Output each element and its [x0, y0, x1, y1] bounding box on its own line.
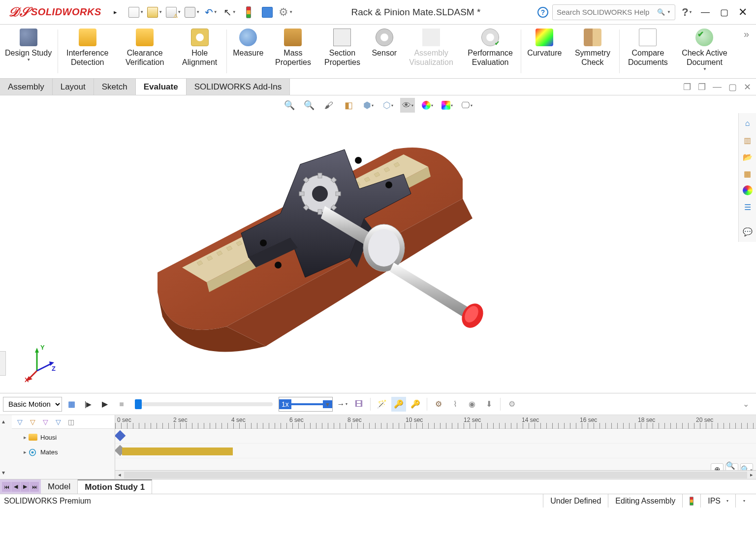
autokey-button[interactable]: 🔑	[391, 397, 406, 412]
viewport-close[interactable]: ✕	[742, 81, 753, 93]
taskpane-home[interactable]: ⌂	[740, 116, 755, 131]
add-key-button[interactable]: 🔑	[408, 397, 423, 412]
panel-collapse-handle[interactable]	[0, 351, 6, 376]
playback-speed[interactable]: 1x▾	[279, 397, 333, 412]
viewport-layout-2[interactable]: ❐	[696, 81, 708, 93]
undo-button[interactable]: ↶▼	[203, 4, 220, 21]
menu-dropdown[interactable]: ▸	[107, 4, 124, 21]
ribbon-curvature[interactable]: Curvature	[522, 25, 567, 78]
search-input[interactable]	[557, 8, 657, 16]
filter-results[interactable]: ▽	[52, 416, 64, 428]
tab-evaluate[interactable]: Evaluate	[136, 79, 187, 95]
tab-last[interactable]: ⏭	[30, 482, 39, 492]
zoom-to-fit-button[interactable]: 🔍	[282, 98, 297, 113]
ribbon-section-properties[interactable]: Section Properties	[317, 25, 367, 78]
edit-appearance-button[interactable]: ▾	[420, 98, 435, 113]
tab-prev[interactable]: ◀	[11, 482, 20, 492]
search-box[interactable]: 🔍 ▼	[552, 4, 675, 20]
ribbon-design-study[interactable]: Design Study▼	[0, 25, 57, 78]
contact-button[interactable]: ◉	[465, 397, 479, 412]
stop-button[interactable]: ■	[114, 397, 129, 412]
save-animation-button[interactable]: 🎞	[351, 397, 366, 412]
motor-button[interactable]: ⚙	[431, 397, 446, 412]
ribbon-compare-documents[interactable]: Compare Documents	[621, 25, 675, 78]
tab-addins[interactable]: SOLIDWORKS Add-Ins	[187, 79, 290, 95]
timeline-scrollbar[interactable]: ◂ ▸	[115, 470, 756, 479]
viewport-minimize[interactable]: —	[711, 81, 724, 93]
orientation-triad[interactable]: Y Z X	[25, 344, 59, 383]
print-button[interactable]: ▼	[184, 4, 201, 21]
expand-icon[interactable]: ▸	[24, 449, 27, 455]
taskpane-resources[interactable]: ▥	[740, 133, 755, 148]
tab-sketch[interactable]: Sketch	[94, 79, 136, 95]
tab-next[interactable]: ▶	[21, 482, 30, 492]
motion-bar[interactable]	[122, 448, 233, 455]
tree-scroll-up[interactable]: ▴	[2, 418, 12, 425]
ribbon-measure[interactable]: Measure	[228, 25, 268, 78]
study-type-select[interactable]: Basic Motion	[3, 397, 62, 412]
help-icon[interactable]: ?	[537, 7, 548, 18]
play-button[interactable]: ▶	[97, 397, 112, 412]
close-button[interactable]: ✕	[735, 5, 750, 20]
new-document-button[interactable]: ▼	[128, 4, 145, 21]
taskpane-forum[interactable]: 💬	[740, 224, 755, 239]
filter-none[interactable]: ◫	[65, 416, 77, 428]
filter-animated[interactable]: ▽	[14, 416, 26, 428]
tree-row-housing[interactable]: ▸ Housi	[14, 430, 113, 445]
display-style-button[interactable]: ⬡▾	[380, 98, 395, 113]
slider-thumb[interactable]	[135, 399, 142, 409]
scroll-left[interactable]: ◂	[115, 472, 124, 478]
tree-row-mates[interactable]: ▸ ⦿ Mates	[14, 445, 113, 459]
playback-direction-button[interactable]: →▾	[335, 397, 349, 412]
ribbon-symmetry-check[interactable]: Symmetry Check	[567, 25, 618, 78]
ribbon-clearance-verification[interactable]: Clearance Verification	[116, 25, 174, 78]
maximize-button[interactable]: ▢	[717, 5, 731, 20]
tab-assembly[interactable]: Assembly	[0, 79, 53, 95]
tab-first[interactable]: ⏮	[2, 482, 11, 492]
taskpane-appearances[interactable]	[740, 183, 755, 198]
rebuild-all-button[interactable]	[259, 4, 276, 21]
previous-view-button[interactable]: 🖌	[321, 98, 336, 113]
ribbon-hole-alignment[interactable]: Hole Alignment	[174, 25, 225, 78]
taskpane-custom-properties[interactable]: ☰	[740, 200, 755, 214]
tab-layout[interactable]: Layout	[53, 79, 94, 95]
open-button[interactable]: ▼	[147, 4, 163, 21]
keyframe-diamond[interactable]	[115, 430, 126, 442]
animation-wizard-button[interactable]: 🪄	[375, 397, 389, 412]
collapse-motion-panel[interactable]: ⌄	[738, 397, 753, 412]
track-row-mates[interactable]	[115, 444, 756, 458]
tree-scroll-down[interactable]: ▾	[2, 469, 12, 476]
status-extra[interactable]: ▾	[735, 494, 752, 507]
filter-driving[interactable]: ▽	[27, 416, 38, 428]
status-units[interactable]: IPS▾	[700, 494, 735, 507]
save-button[interactable]: ▼	[165, 4, 182, 21]
bottom-tab-motion-study[interactable]: Motion Study 1	[78, 479, 152, 494]
status-rebuild-indicator[interactable]	[682, 494, 700, 507]
view-orientation-button[interactable]: ⬢▾	[361, 98, 376, 113]
minimize-button[interactable]: —	[698, 5, 713, 20]
motion-study-properties-button[interactable]: ⚙	[504, 397, 519, 412]
zoom-area-button[interactable]: 🔍	[302, 98, 316, 113]
taskpane-view-palette[interactable]: ▦	[740, 166, 755, 181]
scroll-right[interactable]: ▸	[747, 472, 756, 478]
view-settings-button[interactable]: 🖵▾	[459, 98, 474, 113]
options-button[interactable]: ⚙▼	[278, 4, 294, 21]
calculate-button[interactable]: ▦	[64, 397, 79, 412]
help-menu-button[interactable]: ?▾	[679, 5, 694, 20]
time-ruler[interactable]: 0 sec 2 sec 4 sec 6 sec 8 sec 10 sec 12 …	[115, 415, 756, 429]
section-view-button[interactable]: ◧	[341, 98, 356, 113]
gravity-button[interactable]: ⬇	[481, 397, 496, 412]
track-row-housing[interactable]	[115, 429, 756, 444]
ribbon-overflow[interactable]: »	[737, 25, 756, 78]
timeline-slider[interactable]	[135, 402, 273, 406]
apply-scene-button[interactable]: ▾	[440, 98, 454, 113]
filter-selected[interactable]: ▽	[39, 416, 51, 428]
spring-button[interactable]: ⌇	[448, 397, 463, 412]
play-from-start-button[interactable]: |▶	[81, 397, 95, 412]
taskpane-file-explorer[interactable]: 📂	[740, 149, 755, 164]
graphics-viewport[interactable]: Y Z X	[0, 115, 756, 393]
viewport-layout-1[interactable]: ❐	[681, 81, 693, 93]
expand-icon[interactable]: ▸	[24, 434, 27, 441]
ribbon-check-active-document[interactable]: Check Active Document▼	[675, 25, 734, 78]
select-button[interactable]: ↖▼	[221, 4, 238, 21]
